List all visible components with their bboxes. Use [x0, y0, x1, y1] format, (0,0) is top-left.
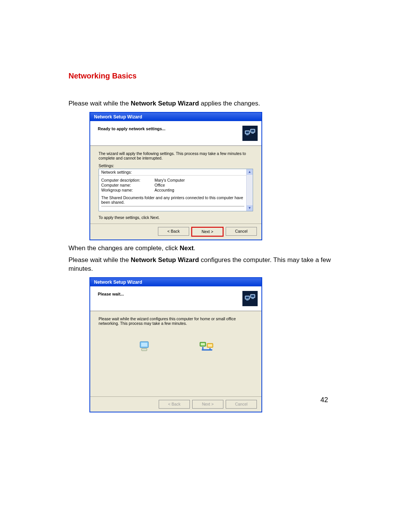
titlebar: Network Setup Wizard	[90, 113, 261, 121]
text-bold: Next	[180, 244, 194, 252]
window-title: Network Setup Wizard	[94, 114, 142, 120]
svg-rect-9	[251, 295, 254, 297]
label-computer-name: Computer name:	[101, 183, 155, 187]
svg-rect-14	[142, 348, 147, 351]
network-computers-icon	[242, 126, 258, 141]
section-heading: Networking Basics	[68, 72, 342, 80]
network-computers-icon	[242, 291, 258, 306]
text: .	[194, 244, 196, 252]
svg-rect-3	[251, 130, 254, 132]
svg-rect-11	[252, 298, 254, 299]
single-computer-icon	[136, 339, 153, 355]
button-bar: < Back Next > Cancel	[90, 396, 261, 412]
wizard-description: The wizard will apply the following sett…	[99, 151, 253, 160]
networked-computers-icon	[199, 339, 215, 355]
svg-rect-13	[141, 343, 147, 347]
svg-rect-5	[252, 133, 254, 134]
text: When the changes are complete, click	[68, 244, 180, 252]
titlebar: Network Setup Wizard	[90, 278, 261, 286]
text: Please wait while the	[68, 100, 131, 107]
settings-divider	[101, 206, 244, 206]
wizard-description: Please wait while the wizard configures …	[99, 316, 253, 326]
paragraph-intro: Please wait while the Network Setup Wiza…	[68, 99, 342, 108]
settings-section-header: Network settings:	[99, 169, 247, 176]
document-page: Networking Basics Please wait while the …	[68, 72, 342, 416]
svg-rect-7	[246, 297, 249, 299]
label-computer-description: Computer description:	[101, 178, 155, 182]
cancel-button[interactable]: Cancel	[226, 227, 257, 236]
settings-shared-note: The Shared Documents folder and any prin…	[99, 194, 247, 205]
text: applies the changes.	[199, 100, 260, 107]
next-button[interactable]: Next >	[191, 227, 223, 236]
paragraph-mid1: When the changes are complete, click Nex…	[68, 244, 342, 253]
svg-rect-1	[246, 131, 249, 133]
wizard-header-text: Please wait...	[98, 291, 242, 306]
wizard-header-text: Ready to apply network settings...	[98, 126, 242, 141]
window-title: Network Setup Wizard	[94, 280, 142, 285]
scroll-down-icon[interactable]: ▼	[247, 205, 253, 211]
label-workgroup-name: Workgroup name:	[101, 188, 155, 192]
svg-rect-20	[202, 347, 203, 349]
back-button[interactable]: < Back	[158, 227, 189, 236]
apply-note: To apply these settings, click Next.	[99, 215, 253, 220]
settings-listbox-body: Network settings: Computer description: …	[99, 169, 247, 211]
value-computer-description: Mary's Computer	[155, 178, 244, 182]
settings-label: Settings:	[99, 163, 253, 168]
next-button: Next >	[192, 400, 223, 409]
scroll-up-icon[interactable]: ▲	[247, 169, 253, 175]
svg-rect-21	[209, 348, 210, 349]
wizard-please-wait: Network Setup Wizard Please wait... Plea…	[89, 277, 262, 412]
wizard-header: Please wait...	[90, 286, 261, 311]
settings-listbox: Network settings: Computer description: …	[99, 169, 253, 211]
back-button: < Back	[159, 400, 190, 409]
scrollbar[interactable]: ▲ ▼	[246, 169, 253, 211]
value-workgroup-name: Accounting	[155, 188, 244, 192]
svg-rect-18	[208, 344, 212, 347]
value-computer-name: Office	[155, 183, 244, 187]
wizard-header: Ready to apply network settings...	[90, 121, 261, 146]
svg-rect-16	[201, 343, 205, 345]
wizard-content: The wizard will apply the following sett…	[90, 146, 261, 224]
text-bold: Network Setup Wizard	[131, 256, 199, 264]
wizard-content: Please wait while the wizard configures …	[90, 311, 261, 396]
page-number: 42	[320, 396, 328, 404]
svg-rect-4	[246, 134, 249, 135]
progress-animation	[99, 339, 253, 355]
svg-rect-10	[246, 300, 249, 300]
wizard-apply-settings: Network Setup Wizard Ready to apply netw…	[89, 112, 262, 240]
button-bar: < Back Next > Cancel	[90, 224, 261, 240]
svg-rect-19	[202, 349, 212, 350]
paragraph-mid2: Please wait while the Network Setup Wiza…	[68, 256, 342, 273]
cancel-button: Cancel	[226, 400, 257, 409]
text-bold: Network Setup Wizard	[131, 100, 199, 107]
settings-grid: Computer description: Mary's Computer Co…	[99, 176, 247, 194]
text: Please wait while the	[68, 256, 131, 264]
